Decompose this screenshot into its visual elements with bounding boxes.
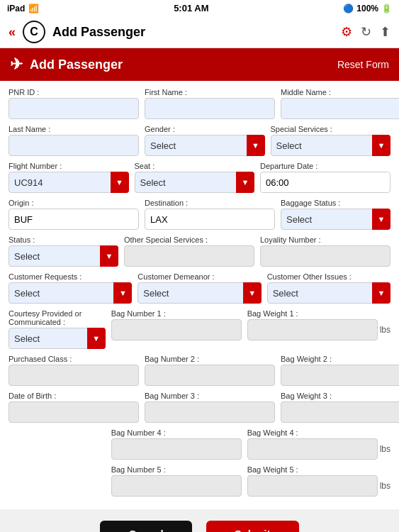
- other-special-services-label: Other Special Services :: [124, 235, 254, 244]
- seat-group: Seat : Select ▼: [135, 162, 255, 193]
- bag-weight-2-input[interactable]: [281, 365, 399, 386]
- loyality-number-group: Loyality Number :: [260, 235, 390, 267]
- customer-other-issues-select-wrapper: Select ▼: [267, 282, 390, 304]
- bag-number-5-input[interactable]: [111, 475, 242, 497]
- back-button[interactable]: «: [9, 25, 16, 40]
- gender-select-wrapper: Select Male Female ▼: [145, 135, 265, 156]
- baggage-status-select-wrapper: Select ▼: [281, 209, 390, 230]
- loyality-number-input[interactable]: [260, 245, 390, 267]
- bag-number-2-input[interactable]: [145, 365, 275, 386]
- status-select-wrapper: Select ▼: [9, 245, 118, 267]
- row-11: Bag Number 5 : Bag Weight 5 : lbs: [9, 465, 390, 497]
- special-services-label: Special Services :: [271, 125, 391, 133]
- other-special-services-input[interactable]: [124, 245, 254, 267]
- status-select[interactable]: Select: [9, 245, 118, 267]
- bag-number-1-label: Bag Number 1 :: [111, 309, 242, 318]
- origin-input[interactable]: [9, 209, 139, 230]
- gender-select[interactable]: Select Male Female: [145, 135, 265, 156]
- baggage-status-select[interactable]: Select: [281, 209, 390, 230]
- middle-name-label: Middle Name :: [281, 88, 399, 96]
- bag-weight-5-input[interactable]: [247, 475, 378, 497]
- flight-number-group: Flight Number : UC914 ▼: [9, 162, 129, 193]
- bag-number-4-input[interactable]: [111, 438, 242, 460]
- baggage-status-label: Baggage Status :: [281, 199, 390, 207]
- bag-number-3-input[interactable]: [145, 401, 275, 423]
- bag-number-4-group: Bag Number 4 :: [111, 428, 242, 460]
- row-1: PNR ID : First Name : Middle Name :: [9, 88, 390, 119]
- customer-other-issues-select[interactable]: Select: [267, 282, 390, 304]
- courtesy-provided-group: Courtesy Provided or Communicated : Sele…: [9, 309, 106, 349]
- departure-date-input[interactable]: [260, 172, 390, 193]
- flight-number-label: Flight Number :: [9, 162, 129, 170]
- cancel-button[interactable]: Cancel: [100, 521, 191, 532]
- nav-title: Add Passenger: [52, 25, 334, 40]
- seat-label: Seat :: [135, 162, 255, 170]
- export-icon[interactable]: ⬆: [380, 24, 390, 40]
- refresh-icon[interactable]: ↻: [361, 24, 371, 40]
- destination-input[interactable]: [145, 209, 275, 230]
- destination-group: Destination :: [145, 199, 275, 230]
- flight-number-select[interactable]: UC914: [9, 172, 129, 193]
- bag-weight-5-label: Bag Weight 5 :: [247, 465, 390, 474]
- settings-icon[interactable]: ⚙: [341, 24, 352, 40]
- bag-weight-1-unit: lbs: [380, 325, 390, 335]
- bag-number-5-group: Bag Number 5 :: [111, 465, 242, 497]
- origin-label: Origin :: [9, 199, 139, 207]
- bag-weight-4-label: Bag Weight 4 :: [247, 428, 390, 437]
- logo-letter: C: [30, 26, 38, 38]
- customer-requests-select[interactable]: Select: [9, 282, 132, 304]
- plane-icon: ✈: [10, 55, 23, 74]
- reset-form-button[interactable]: Reset Form: [337, 59, 389, 70]
- gender-label: Gender :: [145, 125, 265, 133]
- departure-date-label: Departure Date :: [260, 162, 390, 170]
- bag-number-1-group: Bag Number 1 :: [111, 309, 242, 349]
- form-title: Add Passenger: [30, 57, 123, 72]
- pnr-id-input[interactable]: [9, 98, 139, 119]
- bag-number-3-group: Bag Number 3 :: [145, 392, 275, 423]
- customer-requests-label: Customer Requests :: [9, 272, 132, 281]
- row-8: Purchased Class : Bag Number 2 : Bag Wei…: [9, 355, 390, 386]
- row-3: Flight Number : UC914 ▼ Seat : Select ▼ …: [9, 162, 390, 193]
- row-6: Customer Requests : Select ▼ Customer De…: [9, 272, 390, 304]
- ipad-label: iPad: [7, 4, 25, 13]
- bag-weight-3-input[interactable]: [281, 401, 399, 423]
- bag-weight-3-group: Bag Weight 3 : lbs: [281, 392, 399, 423]
- wifi-icon: 📶: [28, 4, 39, 13]
- date-of-birth-input[interactable]: [9, 401, 139, 423]
- spacer-group-11: [9, 465, 106, 497]
- nav-bar: « C Add Passenger ⚙ ↻ ⬆: [0, 16, 399, 48]
- bag-weight-1-group: Bag Weight 1 : lbs: [247, 309, 390, 349]
- bag-number-1-input[interactable]: [111, 319, 242, 340]
- baggage-status-group: Baggage Status : Select ▼: [281, 199, 390, 230]
- special-services-group: Special Services : Select ▼: [271, 125, 391, 156]
- customer-demeanor-select[interactable]: Select: [137, 282, 261, 304]
- bluetooth-icon: 🔵: [343, 4, 354, 13]
- status-group: Status : Select ▼: [9, 235, 118, 267]
- bag-weight-5-group: Bag Weight 5 : lbs: [247, 465, 390, 497]
- last-name-input[interactable]: [9, 135, 139, 156]
- bag-number-4-label: Bag Number 4 :: [111, 428, 242, 437]
- purchased-class-input[interactable]: [9, 365, 139, 386]
- bag-weight-3-label: Bag Weight 3 :: [281, 392, 399, 400]
- courtesy-provided-select[interactable]: Select: [9, 328, 106, 349]
- bag-weight-5-unit: lbs: [380, 481, 390, 491]
- customer-demeanor-group: Customer Demeanor : Select ▼: [137, 272, 261, 304]
- bag-number-2-label: Bag Number 2 :: [145, 355, 275, 363]
- bag-weight-1-label: Bag Weight 1 :: [247, 309, 390, 318]
- first-name-input[interactable]: [145, 98, 275, 119]
- seat-select[interactable]: Select: [135, 172, 255, 193]
- time-display: 5:01 AM: [174, 3, 208, 13]
- bag-weight-4-input[interactable]: [247, 438, 378, 460]
- middle-name-input[interactable]: [281, 98, 399, 119]
- purchased-class-label: Purchased Class :: [9, 355, 139, 363]
- bag-weight-2-label: Bag Weight 2 :: [281, 355, 399, 363]
- seat-select-wrapper: Select ▼: [135, 172, 255, 193]
- battery-icon: 🔋: [381, 4, 392, 13]
- bag-number-5-label: Bag Number 5 :: [111, 465, 242, 474]
- bag-weight-1-input[interactable]: [247, 319, 378, 340]
- submit-button[interactable]: Submit: [206, 521, 299, 532]
- row-9: Date of Birth : Bag Number 3 : Bag Weigh…: [9, 392, 390, 423]
- flight-number-select-wrapper: UC914 ▼: [9, 172, 129, 193]
- special-services-select[interactable]: Select: [271, 135, 391, 156]
- bottom-bar: Cancel Submit: [0, 512, 399, 532]
